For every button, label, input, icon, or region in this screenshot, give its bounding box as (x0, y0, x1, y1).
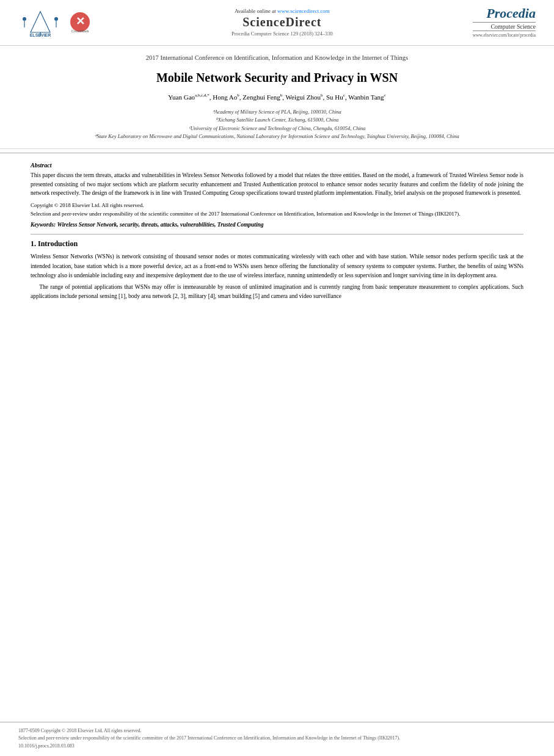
author3: , Zenghui Fengb (239, 93, 282, 101)
intro-para1: Wireless Sensor Networks (WSNs) is netwo… (31, 252, 523, 280)
procedia-logo: Procedia (473, 6, 536, 21)
svg-text:ELSEVIER: ELSEVIER (30, 33, 51, 37)
divider-2 (31, 234, 523, 234)
footer-issn: 1877-0509 Copyright © 2018 Elsevier Ltd.… (18, 727, 536, 735)
divider-1 (0, 153, 554, 153)
elsevier-url: www.elsevier.com/locate/procedia (473, 32, 536, 38)
author4: , Weigui Zhoub (282, 93, 323, 101)
svg-point-5 (54, 17, 58, 21)
elsevier-logo: ELSEVIER (18, 7, 62, 37)
footer-doi: 10.1016/j.procs.2018.03.083 (18, 743, 536, 750)
paper-title: Mobile Network Security and Privacy in W… (31, 69, 523, 86)
abstract-text: This paper discuss the term threats, att… (31, 171, 523, 198)
svg-point-3 (23, 17, 26, 21)
intro-para2: The range of potential applications that… (31, 283, 523, 301)
copyright-text: Copyright © 2018 Elsevier Ltd. All right… (31, 202, 523, 218)
abstract-section: Abstract This paper discuss the term thr… (31, 162, 523, 229)
header: ELSEVIER ✕ CrossMark Available online at… (0, 0, 554, 46)
footer: 1877-0509 Copyright © 2018 Elsevier Ltd.… (0, 722, 554, 756)
author2: , Hong Aob (210, 93, 239, 101)
abstract-label: Abstract (31, 162, 523, 169)
affiliation-a: ᵃAcademy of Military Science of PLA, Bei… (31, 108, 523, 117)
conference-title: 2017 International Conference on Identif… (31, 53, 523, 63)
copyright-line1: Copyright © 2018 Elsevier Ltd. All right… (31, 202, 523, 210)
author1: Yuan Gaoa,b,c,d,* (168, 93, 209, 101)
keywords: Keywords: Wireless Sensor Network, secur… (31, 220, 523, 229)
conference-section: 2017 International Conference on Identif… (0, 46, 554, 149)
computer-science-label: Computer Science (473, 22, 536, 31)
affiliation-d: ᵈState Key Laboratory on Microwave and D… (31, 133, 523, 141)
journal-info: Procedia Computer Science 129 (2018) 324… (92, 31, 473, 37)
intro-heading: 1. Introduction (31, 239, 523, 249)
crossmark-logo: ✕ CrossMark (68, 10, 92, 34)
affiliation-b: ᵇXichang Satellite Launch Center, Xichan… (31, 116, 523, 125)
author5: , Su Huc (323, 93, 344, 101)
sciencedirect-link[interactable]: www.sciencedirect.com (277, 8, 330, 14)
keywords-label: Keywords: (31, 222, 56, 228)
content-area: Abstract This paper discuss the term thr… (0, 157, 554, 306)
keywords-values: Wireless Sensor Network, security, threa… (57, 222, 264, 228)
copyright-line2: Selection and peer-review under responsi… (31, 210, 523, 219)
affiliation-c: ᶜUniversity of Electronic Science and Te… (31, 125, 523, 133)
available-online-text: Available online at www.sciencedirect.co… (92, 8, 473, 14)
svg-text:CrossMark: CrossMark (71, 29, 89, 33)
procedia-label: Procedia (486, 5, 536, 21)
procedia-branding: Procedia Computer Science www.elsevier.c… (473, 6, 536, 38)
svg-text:✕: ✕ (76, 15, 85, 27)
affiliations: ᵃAcademy of Military Science of PLA, Bei… (31, 108, 523, 141)
author6: , Wanbin Tangc (345, 93, 386, 101)
footer-selection: Selection and peer-review under responsi… (18, 735, 536, 742)
authors: Yuan Gaoa,b,c,d,*, Hong Aob, Zenghui Fen… (31, 92, 523, 103)
header-logos: ELSEVIER ✕ CrossMark (18, 7, 92, 37)
sciencedirect-title: ScienceDirect (92, 15, 473, 29)
header-center: Available online at www.sciencedirect.co… (92, 8, 473, 37)
available-online-label: Available online at (235, 8, 276, 14)
introduction-section: 1. Introduction Wireless Sensor Networks… (31, 239, 523, 301)
page: ELSEVIER ✕ CrossMark Available online at… (0, 0, 554, 756)
